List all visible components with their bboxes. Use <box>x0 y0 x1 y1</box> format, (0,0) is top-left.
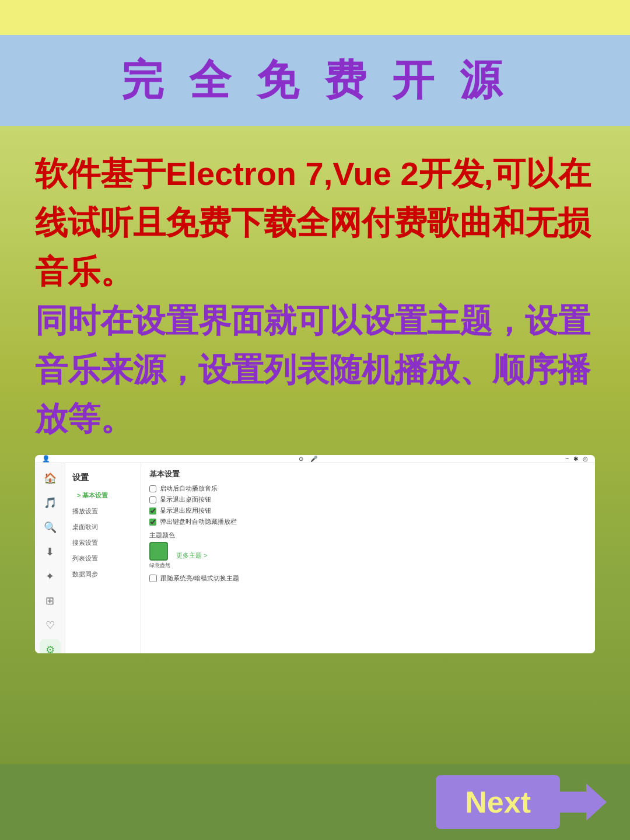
follow-system-row: 跟随系统亮/暗模式切换主题 <box>149 574 587 583</box>
settings-section-title: 基本设置 <box>149 469 587 480</box>
content-area: 软件基于Electron 7,Vue 2开发,可以在线试听且免费下载全网付费歌曲… <box>0 126 630 764</box>
desc-text-purple: 同时在设置界面就可以设置主题，设置音乐来源，设置列表随机播放、顺序播放等。 <box>35 302 590 437</box>
status-center: ⊙ 🎤 <box>299 456 317 462</box>
sidebar-desktop-lyrics[interactable]: 桌面歌词 <box>65 519 141 535</box>
checkbox-autoplay-input[interactable] <box>149 485 156 492</box>
color-swatch-wrapper: 绿意盎然 <box>149 542 170 569</box>
main-title: 完 全 免 费 开 源 <box>23 52 607 108</box>
theme-section: 主题颜色 绿意盎然 更多主题 > <box>149 531 587 569</box>
checkbox-app-exit: 显示退出应用按钮 <box>149 506 587 515</box>
checkbox-app-exit-input[interactable] <box>149 508 156 514</box>
sidebar-search[interactable]: 搜索设置 <box>65 535 141 551</box>
follow-system-label: 跟随系统亮/暗模式切换主题 <box>160 574 239 583</box>
app-body: 🏠 🎵 🔍 ⬇ ✦ ⊞ ♡ ⚙ ⏻ 设置 > 基本设置 播放设置 桌面歌词 搜 <box>35 463 595 653</box>
checkbox-desktop-exit-label: 显示退出桌面按钮 <box>160 495 211 504</box>
app-container: 完 全 免 费 开 源 软件基于Electron 7,Vue 2开发,可以在线试… <box>0 0 630 840</box>
nav-settings-icon[interactable]: ⚙ <box>40 639 61 653</box>
checkbox-desktop-exit: 显示退出桌面按钮 <box>149 495 587 504</box>
next-button[interactable]: Next <box>436 775 560 829</box>
avatar-icon: 👤 <box>42 455 50 463</box>
sidebar-sync[interactable]: 数据同步 <box>65 566 141 582</box>
desc-text-red: 软件基于Electron 7,Vue 2开发,可以在线试听且免费下载全网付费歌曲… <box>35 155 591 290</box>
checkbox-autoplay-label: 启动后自动播放音乐 <box>160 484 218 493</box>
sidebar-list[interactable]: 列表设置 <box>65 551 141 566</box>
signal-icon: ~ <box>565 456 569 462</box>
settings-panel: 基本设置 启动后自动播放音乐 显示退出桌面按钮 显示退出应用按钮 <box>141 463 595 653</box>
theme-label: 主题颜色 <box>149 531 587 540</box>
bluetooth-icon: ✱ <box>573 456 578 462</box>
follow-system-checkbox[interactable] <box>149 575 157 582</box>
nav-grid-icon[interactable]: ⊞ <box>40 590 61 611</box>
swatch-label: 绿意盎然 <box>149 562 170 569</box>
wifi-icon: ◎ <box>583 456 588 462</box>
title-area: 完 全 免 费 开 源 <box>0 35 630 126</box>
checkbox-keyboard: 弹出键盘时自动隐藏播放栏 <box>149 517 587 526</box>
nav-music-icon[interactable]: 🎵 <box>40 492 61 513</box>
nav-heart-icon[interactable]: ♡ <box>40 615 61 636</box>
mic-icon: 🎤 <box>310 456 317 462</box>
nav-search-icon[interactable]: 🔍 <box>40 517 61 538</box>
checkbox-desktop-exit-input[interactable] <box>149 496 156 503</box>
next-button-label: Next <box>465 785 531 820</box>
location-icon: ⊙ <box>299 456 303 462</box>
svg-marker-0 <box>560 783 607 821</box>
next-arrow-icon <box>560 782 607 822</box>
footer: Next <box>0 764 630 840</box>
checkbox-autoplay: 启动后自动播放音乐 <box>149 484 587 493</box>
settings-sidebar: 设置 > 基本设置 播放设置 桌面歌词 搜索设置 列表设置 数据同步 <box>65 463 141 653</box>
checkbox-keyboard-input[interactable] <box>149 519 156 526</box>
more-theme-button[interactable]: 更多主题 > <box>176 551 207 560</box>
checkbox-app-exit-label: 显示退出应用按钮 <box>160 506 211 515</box>
nav-fan-icon[interactable]: ✦ <box>40 566 61 587</box>
app-screenshot: 👤 ⊙ 🎤 ~ ✱ ◎ 🏠 🎵 🔍 ⬇ <box>35 455 595 653</box>
settings-header: 设置 <box>65 468 141 488</box>
top-band <box>0 0 630 35</box>
nav-download-icon[interactable]: ⬇ <box>40 541 61 562</box>
sidebar-basic-settings[interactable]: > 基本设置 <box>65 488 141 503</box>
theme-colors: 绿意盎然 更多主题 > <box>149 542 587 569</box>
status-left: 👤 <box>42 455 50 463</box>
status-bar: 👤 ⊙ 🎤 ~ ✱ ◎ <box>35 455 595 463</box>
color-swatch-green[interactable] <box>149 542 168 561</box>
nav-rail: 🏠 🎵 🔍 ⬇ ✦ ⊞ ♡ ⚙ ⏻ <box>35 463 65 653</box>
sidebar-playback[interactable]: 播放设置 <box>65 503 141 519</box>
nav-home-icon[interactable]: 🏠 <box>40 468 61 489</box>
next-wrapper: Next <box>436 775 607 829</box>
checkbox-keyboard-label: 弹出键盘时自动隐藏播放栏 <box>160 517 237 526</box>
status-right: ~ ✱ ◎ <box>565 456 588 462</box>
description-block: 软件基于Electron 7,Vue 2开发,可以在线试听且免费下载全网付费歌曲… <box>35 149 595 443</box>
